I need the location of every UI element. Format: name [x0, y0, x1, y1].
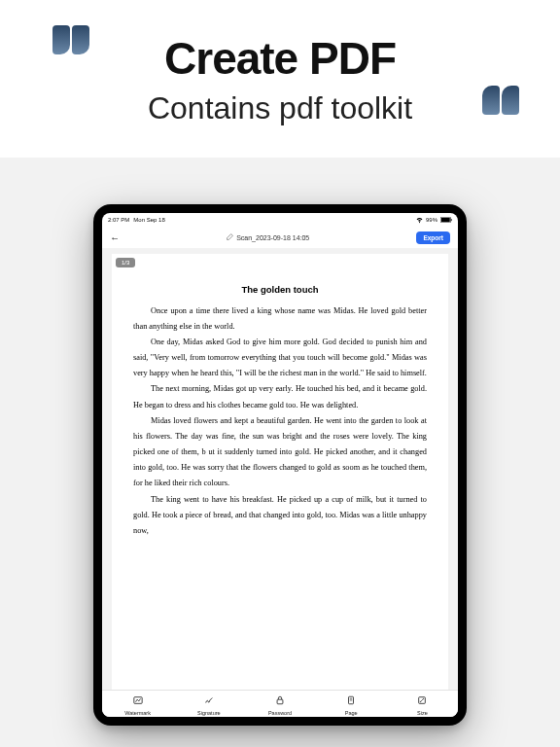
svg-rect-1	[441, 218, 450, 223]
document-title-text: Scan_2023-09-18 14:05	[236, 234, 309, 241]
export-button[interactable]: Export	[416, 231, 450, 244]
story-paragraph: The king went to have his breakfast. He …	[133, 492, 427, 540]
document-page: The golden touch Once upon a time there …	[112, 254, 448, 690]
svg-rect-2	[451, 219, 452, 221]
tab-label: Watermark	[124, 710, 151, 716]
back-button[interactable]: ←	[110, 232, 120, 243]
tab-size[interactable]: Size	[387, 691, 458, 717]
edit-icon	[227, 233, 233, 241]
svg-rect-4	[277, 699, 283, 704]
signature-icon	[204, 692, 214, 709]
size-icon	[417, 692, 427, 709]
hero-subtitle: Contains pdf toolkit	[148, 90, 412, 126]
bottom-toolbar: Watermark Signature Password Page	[102, 690, 458, 717]
tab-label: Size	[417, 710, 428, 716]
story-paragraph: Once upon a time there lived a king whos…	[133, 303, 427, 335]
watermark-icon	[133, 692, 143, 709]
hero-banner: Create PDF Contains pdf toolkit	[0, 0, 560, 158]
wifi-icon	[416, 217, 423, 224]
lock-icon	[275, 692, 285, 709]
story-paragraph: Midas loved flowers and kept a beautiful…	[133, 413, 427, 492]
status-time: 2:07 PM	[108, 217, 129, 223]
battery-icon	[440, 217, 452, 223]
tablet-screen: 2:07 PM Mon Sep 18 99% ← Scan_2023-09-18…	[102, 213, 458, 717]
story-title: The golden touch	[133, 281, 427, 300]
tab-password[interactable]: Password	[244, 691, 315, 717]
tab-label: Page	[345, 710, 358, 716]
hero-title: Create PDF	[164, 32, 396, 85]
tablet-frame: 2:07 PM Mon Sep 18 99% ← Scan_2023-09-18…	[93, 204, 467, 726]
battery-text: 99%	[426, 217, 438, 223]
status-date: Mon Sep 18	[133, 217, 164, 223]
story-paragraph: The next morning, Midas got up very earl…	[133, 381, 427, 412]
tab-label: Signature	[197, 710, 221, 716]
quote-open-icon	[52, 25, 89, 54]
tab-label: Password	[268, 710, 292, 716]
page-counter-badge: 1/3	[116, 258, 135, 267]
tab-watermark[interactable]: Watermark	[102, 691, 173, 717]
page-icon	[346, 692, 356, 709]
story-paragraph: One day, Midas asked God to give him mor…	[133, 335, 427, 382]
page-viewport[interactable]: 1/3 The golden touch Once upon a time th…	[102, 248, 458, 690]
top-bar: ← Scan_2023-09-18 14:05 Export	[102, 227, 458, 248]
document-title[interactable]: Scan_2023-09-18 14:05	[227, 233, 309, 241]
quote-close-icon	[482, 86, 519, 115]
tab-page[interactable]: Page	[316, 691, 387, 717]
status-bar: 2:07 PM Mon Sep 18 99%	[102, 213, 458, 227]
tab-signature[interactable]: Signature	[173, 691, 244, 717]
